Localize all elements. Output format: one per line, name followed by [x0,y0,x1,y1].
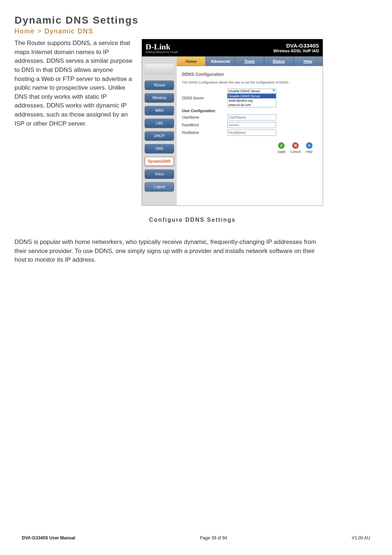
tab-status[interactable]: Status [264,57,293,66]
hostname-label: HostName [182,131,227,135]
apply-label: Apply [277,150,286,154]
sidebar-item-lan[interactable]: LAN [145,119,174,128]
model-info: DVA-G3340S Wireless ADSL VoIP IAD [273,42,319,53]
check-icon: ✓ [278,142,285,149]
ddns-option-noip[interactable]: www.no-ip.com [228,103,276,107]
intro-paragraph: The Router supports DDNS, a service that… [15,39,134,128]
device-image [145,64,174,75]
sidebar-item-dns[interactable]: DNS [145,144,174,153]
tab-help[interactable]: Help [294,57,323,66]
help-button[interactable]: + Help [306,142,313,154]
model-desc: Wireless ADSL VoIP IAD [273,49,319,53]
page-footer: DVA-G3340S User Manual Page 39 of 94 V1.… [22,535,370,540]
sidebar-item-dhcp[interactable]: DHCP [145,131,174,140]
password-label: PassWord [182,123,227,127]
help-label: Help [306,150,313,154]
bottom-paragraph: DDNS is popular with home networkers, wh… [15,238,319,265]
section-title: DDNS Configuration [182,72,318,77]
ddns-server-select[interactable]: Disable DDNS Server [227,89,276,94]
ddns-option-dyndns[interactable]: www.dyndns.org [228,98,276,103]
router-tabs: Home Advanced Tools Status Help [177,57,323,66]
plus-icon: + [306,142,313,149]
ddns-option-disable[interactable]: Disable DDNS Server [228,94,276,98]
sidebar-item-wan[interactable]: WAN [145,106,174,115]
breadcrumb: Home > Dynamic DNS [15,28,370,35]
router-content: DDNS Configuration The DDNS Configuratio… [177,66,323,159]
tab-home[interactable]: Home [177,57,206,66]
router-ui-screenshot: D-Link Building Networks for People DVA-… [142,39,323,206]
sidebar-item-logout[interactable]: Logout [145,182,174,191]
x-icon: ✕ [292,142,299,149]
hostname-input[interactable] [227,130,276,136]
router-header: D-Link Building Networks for People DVA-… [142,39,323,57]
footer-manual: DVA-G3340S User Manual [22,535,75,540]
sidebar-item-voice[interactable]: Voice [145,170,174,179]
username-label: UserName [182,115,227,119]
sidebar-item-wizard[interactable]: Wizard [145,81,174,90]
footer-version: V1.00 AU [352,535,370,540]
user-configuration-label: User Configuration: [182,109,227,113]
doc-title: Dynamic DNS Settings [15,15,370,26]
sidebar-item-wireless[interactable]: Wireless [145,93,174,102]
figure-caption: Configure DDNS Settings [15,217,370,223]
footer-page: Page 39 of 94 [200,535,227,540]
brand-name: D-Link [146,42,178,52]
username-input[interactable] [227,114,276,121]
router-sidebar: Wizard Wireless WAN LAN DHCP DNS Dynamic… [142,57,177,205]
tab-tools[interactable]: Tools [235,57,264,66]
brand-tagline: Building Networks for People [146,51,178,53]
brand-logo: D-Link Building Networks for People [146,42,178,53]
cancel-button[interactable]: ✕ Cancel [290,142,301,154]
ddns-server-label: DDNS Server [182,96,227,100]
cancel-label: Cancel [290,150,301,154]
tab-advanced[interactable]: Advanced [206,57,235,66]
ddns-server-dropdown[interactable]: Disable DDNS Server www.dyndns.org www.n… [227,94,276,107]
sidebar-item-dynamicdns[interactable]: DynamicDNS [145,157,174,166]
password-input[interactable] [227,122,276,128]
apply-button[interactable]: ✓ Apply [277,142,286,154]
model-number: DVA-G3340S [273,42,319,49]
section-desc: The DDNS Configuration allows the user t… [182,81,318,84]
